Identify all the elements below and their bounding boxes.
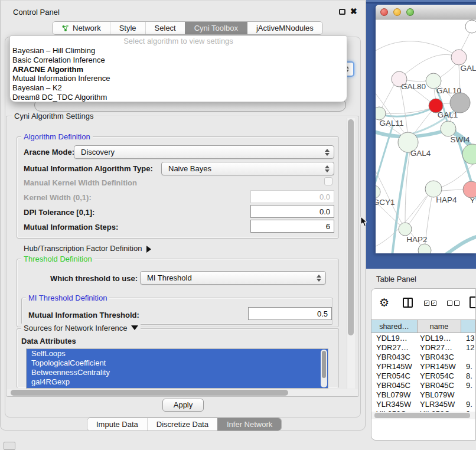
bottom-corner-icon[interactable] xyxy=(4,442,15,450)
network-node-y[interactable] xyxy=(463,181,476,198)
attribute-item-gal4rgexp[interactable]: gal4RGexp xyxy=(27,377,328,387)
tab-style[interactable]: Style xyxy=(110,22,145,34)
table-header-row[interactable]: shared…name xyxy=(371,319,475,333)
table-cell: 12 xyxy=(461,343,475,353)
tab-infer-network[interactable]: Infer Network xyxy=(217,418,281,431)
settings-hscroll-thumb[interactable] xyxy=(11,390,288,396)
zoom-traffic-light[interactable] xyxy=(406,8,414,16)
minimize-traffic-light[interactable] xyxy=(393,8,401,16)
table-row[interactable]: YBL079WYBL079W xyxy=(371,390,475,400)
network-edge xyxy=(434,89,436,99)
network-node[interactable] xyxy=(465,20,476,33)
mi-steps-field[interactable]: 6 xyxy=(250,220,334,233)
algorithm-option-bayesian-k2[interactable]: Bayesian – K2 xyxy=(10,83,347,93)
algorithm-option-aracne-algorithm[interactable]: ARACNE Algorithm xyxy=(10,65,347,74)
tab-label: Style xyxy=(119,24,136,32)
algorithm-option-bayesian-hill-climbing[interactable]: Bayesian – Hill Climbing xyxy=(10,46,347,56)
algorithm-option-mutual-information-inference[interactable]: Mutual Information Inference xyxy=(10,74,347,83)
control-panel-tabbar: NetworkStyleSelectCyni ToolboxjActiveMNo… xyxy=(52,21,323,35)
mi-threshold-field[interactable]: 0.5 xyxy=(248,307,332,320)
table-cell: 9. xyxy=(461,381,475,390)
table-row[interactable]: YPR145WYPR145W9. xyxy=(371,362,475,371)
network-node[interactable] xyxy=(450,93,470,113)
mi-steps-label: Mutual Information Steps: xyxy=(24,223,118,231)
tab-cyni-toolbox[interactable]: Cyni Toolbox xyxy=(185,22,247,34)
network-node[interactable] xyxy=(418,244,431,253)
node-label-swi4: SWI4 xyxy=(450,135,470,144)
mi-algorithm-type-select[interactable]: Naive Bayes xyxy=(161,162,334,175)
table-row[interactable]: YBR043CYBR043C xyxy=(371,353,475,362)
algorithm-option-basic-correlation-inference[interactable]: Basic Correlation Inference xyxy=(10,56,347,65)
table-horizontal-scrollbar[interactable] xyxy=(371,412,475,419)
table-row[interactable]: YBR045CYBR045C9. xyxy=(371,381,475,390)
mi-threshold-label: Mutual Information Threshold: xyxy=(28,311,139,319)
hub-definition-toggle[interactable]: Hub/Transcription Factor Definition xyxy=(24,244,155,253)
aracne-mode-select[interactable]: Discovery xyxy=(74,145,334,159)
network-window-titlebar[interactable] xyxy=(376,5,476,19)
column-header-name[interactable]: name xyxy=(418,320,461,332)
network-node-gcy1[interactable] xyxy=(376,185,380,198)
table-row[interactable]: YER054CYER054C8. xyxy=(371,371,475,381)
column-header-shared[interactable]: shared… xyxy=(371,320,418,332)
tab-network[interactable]: Network xyxy=(53,22,110,34)
kernel-width-field[interactable]: 0.0 xyxy=(250,190,334,203)
which-threshold-select[interactable]: MI Threshold xyxy=(140,271,326,285)
network-edge xyxy=(413,112,431,135)
tab-jactivemnodules[interactable]: jActiveMNodules xyxy=(247,22,322,34)
gear-icon[interactable]: ⚙ xyxy=(379,296,389,309)
close-traffic-light[interactable] xyxy=(380,8,388,16)
data-attributes-list[interactable]: SelfLoopsTopologicalCoefficientBetweenne… xyxy=(26,348,328,389)
stepper-arrows-icon xyxy=(317,272,321,284)
aracne-mode-label: Aracne Mode: xyxy=(24,148,74,156)
attribute-item-betweennesscentrality[interactable]: BetweennessCentrality xyxy=(27,368,328,377)
network-node-hap4[interactable] xyxy=(425,181,442,197)
manual-kernel-checkbox[interactable] xyxy=(324,177,332,185)
select-all-checkboxes-icon[interactable]: ✓✓ xyxy=(424,301,436,306)
table-row[interactable]: YDR27…YDR27…12 xyxy=(371,343,475,353)
which-threshold-value: MI Threshold xyxy=(147,273,192,282)
table-cell: YPR145W xyxy=(418,362,461,371)
network-node-gal11[interactable] xyxy=(376,107,386,120)
float-window-icon[interactable] xyxy=(339,9,345,15)
tab-label: jActiveMNodules xyxy=(256,24,314,32)
kernel-width-label: Kernel Width (0,1): xyxy=(24,193,92,202)
algorithm-option-dream8-dc-tdc-algorithm[interactable]: Dream8 DC_TDC Algorithm xyxy=(10,93,347,102)
node-label-gal1: GAL1 xyxy=(438,110,458,119)
network-node-swi4[interactable] xyxy=(441,121,456,136)
aracne-mode-value: Discovery xyxy=(81,148,115,156)
table-rows[interactable]: YDL19…YDL19…13YDR27…YDR27…12YBR043CYBR04… xyxy=(371,334,475,419)
split-columns-icon[interactable] xyxy=(403,298,413,308)
sources-legend[interactable]: Sources for Network Inference xyxy=(21,324,141,334)
column-header-3[interactable] xyxy=(461,320,475,332)
attribute-item-topologicalcoefficient[interactable]: TopologicalCoefficient xyxy=(27,358,328,368)
network-node-hap2[interactable] xyxy=(399,223,412,236)
settings-vscroll-thumb[interactable] xyxy=(348,119,354,335)
network-edge xyxy=(380,107,435,116)
control-panel-title: Control Panel xyxy=(13,8,60,17)
mouse-cursor xyxy=(360,216,369,228)
apply-button[interactable]: Apply xyxy=(162,399,204,412)
stepper-arrows-icon xyxy=(325,146,330,158)
document-icon[interactable] xyxy=(470,296,476,308)
dpi-tolerance-field[interactable]: 0.0 xyxy=(250,205,334,218)
table-hscroll-thumb[interactable] xyxy=(374,413,470,418)
network-node-gal[interactable] xyxy=(451,50,467,65)
table-row[interactable]: YDL19…YDL19…13 xyxy=(371,334,475,343)
mi-threshold-definition-legend: MI Threshold Definition xyxy=(26,294,109,302)
tab-select[interactable]: Select xyxy=(145,22,185,34)
tab-discretize-data[interactable]: Discretize Data xyxy=(147,418,217,431)
table-cell: YDL19… xyxy=(418,334,461,343)
network-canvas[interactable]: GALGAL80GAL10GAL1GAL11GAL4SWI4YHAP4GCY1H… xyxy=(376,19,476,253)
table-cell: YBR045C xyxy=(418,381,461,390)
table-cell: YDR27… xyxy=(371,343,418,353)
tab-impute-data[interactable]: Impute Data xyxy=(87,418,147,431)
table-row[interactable]: YLR345WYLR345W9. xyxy=(371,400,475,409)
node-label-hap2: HAP2 xyxy=(406,235,427,244)
table-cell: YBL079W xyxy=(371,390,418,400)
node-label-gal11: GAL11 xyxy=(379,119,403,128)
attributes-scroll-thumb[interactable] xyxy=(322,351,326,378)
node-label-gcy1: GCY1 xyxy=(376,198,395,207)
attribute-item-selfloops[interactable]: SelfLoops xyxy=(27,349,328,358)
deselect-all-checkboxes-icon[interactable] xyxy=(447,301,459,306)
close-panel-icon[interactable]: ✖ xyxy=(350,6,357,16)
